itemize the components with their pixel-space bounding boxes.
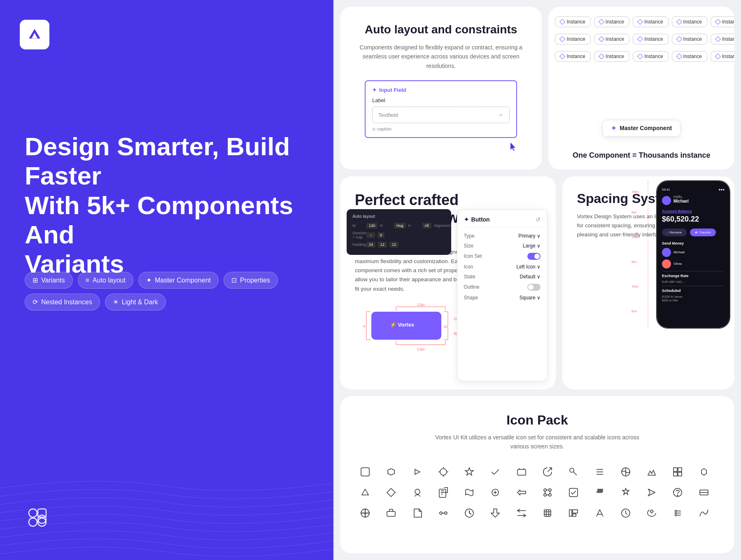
- icon-cell: [591, 463, 608, 481]
- instance-badge: Instance: [633, 34, 668, 44]
- phone-contact-1: Michael: [662, 248, 725, 257]
- svg-text:12px: 12px: [417, 303, 425, 307]
- one-component-text: One Component = Thousands instance: [548, 151, 734, 160]
- svg-text:16px: 16px: [631, 235, 638, 239]
- master-component-pill: ✦ Master Component: [602, 120, 680, 137]
- icon-cell: [382, 463, 400, 481]
- divider: [662, 271, 725, 271]
- logo: [20, 20, 49, 49]
- instance-badge: Instance: [672, 34, 707, 44]
- chevron-icon: ∨: [537, 264, 541, 270]
- diamond-icon: [599, 54, 604, 59]
- svg-text:8px: 8px: [631, 309, 637, 313]
- instance-badge: Instance: [594, 34, 629, 44]
- tag-properties: ⊡ Properties: [224, 272, 278, 289]
- top-section: Auto layout and constraints Components d…: [333, 0, 741, 173]
- icon-cell: [513, 504, 530, 522]
- properties-icon: ⊡: [231, 276, 237, 284]
- figma-logo: [25, 505, 54, 535]
- svg-point-62: [544, 494, 546, 496]
- light-dark-icon: ☀: [113, 298, 119, 306]
- input-header: ✦ Input Field: [372, 87, 510, 93]
- icon-cell: [695, 504, 713, 522]
- svg-rect-0: [29, 509, 37, 517]
- icon-cell: [409, 463, 426, 481]
- diamond-icon: [559, 19, 565, 25]
- svg-text:12px: 12px: [417, 347, 425, 351]
- icon-cell: [487, 504, 504, 522]
- svg-text:16px: 16px: [631, 285, 638, 288]
- transfer-button[interactable]: ⇄ Transfer: [690, 229, 716, 236]
- icon-cell: [409, 504, 426, 522]
- svg-rect-52: [678, 468, 682, 471]
- icon-cell: [591, 484, 608, 501]
- diamond-icon: [637, 36, 643, 42]
- bottom-section: Icon Pack Vortex UI Kit utilizes a versa…: [333, 393, 741, 560]
- diamond-icon: [599, 36, 604, 42]
- tag-nested-instances: ⟳ Nested Instances: [25, 294, 100, 310]
- icon-pack-card: Icon Pack Vortex UI Kit utilizes a versa…: [340, 396, 734, 554]
- instance-badge: Instance: [555, 51, 590, 62]
- icon-cell: [669, 463, 686, 481]
- phone-mockup: 16px 8px 16px 8px 16px 8px 09:41 ●●●: [656, 180, 734, 390]
- svg-line-46: [548, 468, 552, 472]
- icon-cell: [565, 484, 582, 501]
- diamond-icon: [559, 36, 565, 42]
- chevron-icon: ∨: [537, 243, 541, 249]
- icon-cell: [357, 463, 374, 481]
- icon-cell: [382, 504, 400, 522]
- svg-rect-71: [387, 511, 395, 516]
- middle-section: Perfect crafted components with Properti…: [333, 173, 741, 393]
- exchange-rates: EUR GBP CAD ...: [662, 280, 725, 283]
- icon-cell: [669, 484, 686, 501]
- nested-icon: ⟳: [33, 298, 38, 306]
- autolayout-panel: Auto layout W 130 H Hug H All Alignment …: [347, 209, 451, 255]
- svg-text:8px: 8px: [631, 210, 637, 214]
- phone-body: 09:41 ●●● Hello, Michael Account Balance: [656, 180, 730, 329]
- icon-cell: [617, 504, 634, 522]
- diamond-icon: [715, 19, 721, 25]
- diamond-icon: [676, 36, 682, 42]
- svg-rect-78: [544, 510, 551, 516]
- icon-cell: [539, 504, 556, 522]
- svg-point-47: [570, 468, 574, 472]
- hero-text: Design Smarter, Build Faster With 5k+ Co…: [25, 132, 317, 278]
- svg-point-60: [544, 489, 546, 491]
- input-label: Label: [372, 97, 510, 103]
- props-type-row: Type Primary ∨: [464, 233, 541, 239]
- icon-cell: [643, 504, 660, 522]
- outline-toggle[interactable]: [527, 284, 541, 291]
- props-icon-row: Icon Left Icon ∨: [464, 264, 541, 270]
- diamond-icon: [637, 54, 643, 59]
- icon-pack-title: Icon Pack: [357, 413, 718, 428]
- icon-cell: [487, 484, 504, 501]
- measurement-svg: 12px 12px 48px 24px 8px: [363, 303, 462, 357]
- svg-rect-51: [673, 468, 677, 471]
- icon-set-toggle[interactable]: [527, 253, 541, 260]
- receive-button[interactable]: ↓ Receive: [662, 229, 687, 236]
- icon-cell: [435, 504, 452, 522]
- svg-rect-1: [29, 518, 37, 526]
- svg-point-63: [549, 494, 551, 496]
- arrow-icon: →: [497, 111, 503, 119]
- cursor-icon: [509, 142, 517, 152]
- instance-badge: Instance: [711, 16, 734, 27]
- instance-badge: Instance: [672, 16, 707, 27]
- component-icon: ✦: [611, 124, 616, 132]
- instance-badge: Instance: [633, 16, 668, 27]
- svg-line-77: [469, 513, 471, 514]
- instance-badge: Instance: [555, 16, 590, 27]
- tag-light-dark: ☀ Light & Dark: [105, 294, 166, 310]
- icon-cell: [357, 484, 374, 501]
- icon-cell: [461, 484, 478, 501]
- icon-cell: [565, 504, 582, 522]
- auto-layout-title: Auto layout and constraints: [357, 23, 525, 36]
- svg-rect-68: [569, 488, 578, 497]
- chevron-icon: ∨: [537, 233, 541, 239]
- icon-cell: [435, 484, 452, 501]
- icon-cell: [617, 463, 634, 481]
- right-panel: Auto layout and constraints Components d…: [333, 0, 741, 560]
- phone-screen: 09:41 ●●● Hello, Michael Account Balance: [657, 181, 729, 328]
- input-textfield: Textfield →: [372, 107, 510, 123]
- left-panel: Design Smarter, Build Faster With 5k+ Co…: [0, 0, 333, 560]
